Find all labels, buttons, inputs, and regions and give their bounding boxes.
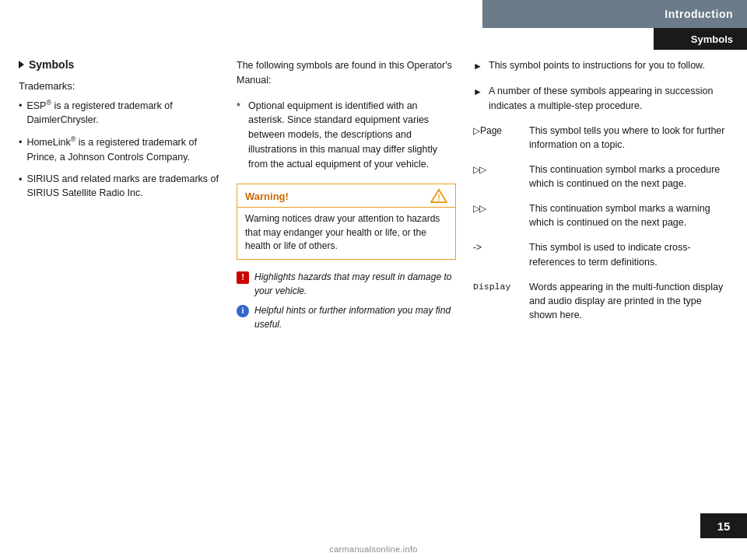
page-symbol-desc: This symbol tells you where to look for … <box>529 124 728 152</box>
page-number: 15 <box>717 520 731 533</box>
double-arrow-symbol-1: ▷▷ <box>473 163 523 191</box>
sym-entry-1: ► This symbol points to instructions for… <box>473 58 728 73</box>
right-arrow-icon-1: ► <box>473 58 489 73</box>
list-item: • HomeLink® is a registered trademark of… <box>19 135 221 163</box>
bullet-text-1: ESP® is a registered trademark of Daimle… <box>26 98 221 127</box>
display-desc: Words appearing in the multi-function di… <box>529 280 728 322</box>
note-blue-text: Helpful hints or further information you… <box>254 304 456 331</box>
section-heading: Symbols <box>19 58 221 71</box>
bullet-text-3: SIRIUS and related marks are trademarks … <box>26 172 221 200</box>
mid-intro: The following symbols are found in this … <box>237 58 456 88</box>
asterisk-text: Optional equipment is identified with an… <box>248 99 456 172</box>
bullet-list: • ESP® is a registered trademark of Daim… <box>19 98 221 200</box>
svg-text:!: ! <box>437 193 440 202</box>
header-bar: Introduction <box>482 0 747 28</box>
asterisk-symbol: * <box>237 99 240 172</box>
sym-entry-text-1: This symbol points to instructions for y… <box>489 58 705 73</box>
continuation-desc-2: This continuation symbol marks a warning… <box>529 201 728 229</box>
note-blue-item: i Helpful hints or further information y… <box>237 304 456 331</box>
bullet-dot: • <box>19 173 22 200</box>
warning-triangle-icon: ! <box>430 188 447 204</box>
sym-entry-text-2: A number of these symbols appearing in s… <box>489 84 728 112</box>
section-heading-text: Symbols <box>29 58 74 71</box>
note-red-item: ! Highlights hazards that may result in … <box>237 271 456 298</box>
watermark: carmanualsonline.info <box>329 544 417 554</box>
section-tab: Symbols <box>654 28 747 50</box>
page-symbol-code: ▷Page <box>473 124 523 152</box>
continuation-desc-1: This continuation symbol marks a procedu… <box>529 163 728 191</box>
warning-label: Warning! <box>245 191 289 202</box>
sym-page-row: ▷Page This symbol tells you where to loo… <box>473 124 728 152</box>
double-arrow-symbol-2: ▷▷ <box>473 201 523 229</box>
bullet-dot: • <box>19 135 22 163</box>
page-number-box: 15 <box>700 513 747 538</box>
sym-continuation-row-2: ▷▷ This continuation symbol marks a warn… <box>473 201 728 229</box>
warning-body: Warning notices draw your attention to h… <box>237 208 455 259</box>
header-title: Introduction <box>665 8 733 20</box>
display-symbol: Display <box>473 280 523 322</box>
blue-info-icon: i <box>237 305 249 317</box>
warning-box: Warning! ! Warning notices draw your att… <box>237 184 456 260</box>
right-arrow-icon-2: ► <box>473 84 489 112</box>
main-content: Symbols Trademarks: • ESP® is a register… <box>0 58 747 513</box>
section-tab-text: Symbols <box>691 33 733 45</box>
triangle-icon <box>19 61 24 68</box>
trademarks-label: Trademarks: <box>19 80 221 92</box>
red-exclamation-icon: ! <box>237 271 249 284</box>
right-column: ► This symbol points to instructions for… <box>470 58 728 513</box>
middle-column: The following symbols are found in this … <box>237 58 470 513</box>
sym-entry-2: ► A number of these symbols appearing in… <box>473 84 728 112</box>
left-column: Symbols Trademarks: • ESP® is a register… <box>19 58 237 513</box>
bullet-dot: • <box>19 99 22 127</box>
cross-ref-symbol: -> <box>473 240 523 268</box>
warning-header: Warning! ! <box>237 184 455 208</box>
list-item: • SIRIUS and related marks are trademark… <box>19 172 221 200</box>
sym-cross-row: -> This symbol is used to indicate cross… <box>473 240 728 268</box>
note-red-text: Highlights hazards that may result in da… <box>254 271 456 298</box>
sym-continuation-row-1: ▷▷ This continuation symbol marks a proc… <box>473 163 728 191</box>
sym-display-row: Display Words appearing in the multi-fun… <box>473 280 728 322</box>
asterisk-item: * Optional equipment is identified with … <box>237 99 456 172</box>
cross-ref-desc: This symbol is used to indicate cross-re… <box>529 240 728 268</box>
list-item: • ESP® is a registered trademark of Daim… <box>19 98 221 127</box>
bullet-text-2: HomeLink® is a registered trademark of P… <box>26 135 221 163</box>
